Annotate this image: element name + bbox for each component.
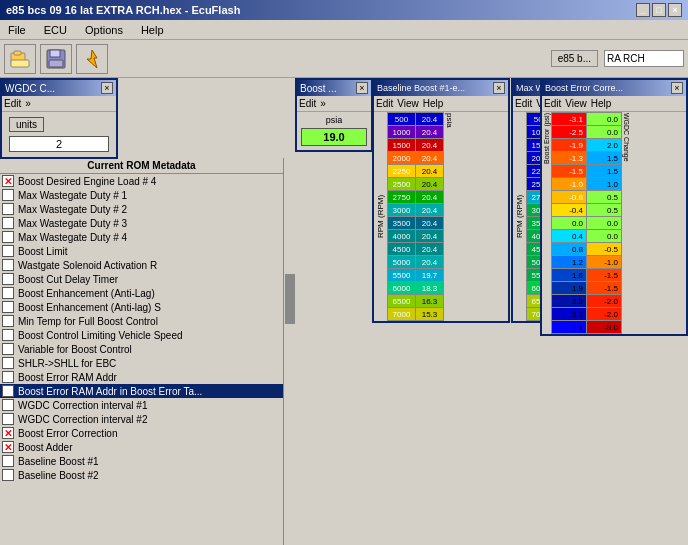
- boost-small-expand[interactable]: »: [320, 98, 326, 109]
- bb-rpm-cell: 2250: [388, 165, 416, 178]
- rom-item-checkbox[interactable]: [2, 329, 14, 341]
- wgdc-expand[interactable]: »: [25, 98, 31, 109]
- rom-item-checkbox[interactable]: [2, 399, 14, 411]
- wgdc-close[interactable]: ×: [101, 82, 113, 94]
- rom-item-checkbox[interactable]: [2, 315, 14, 327]
- boost-small-edit[interactable]: Edit: [299, 98, 316, 109]
- rom-list-item[interactable]: Baseline Boost #1: [0, 454, 283, 468]
- rom-list-item[interactable]: Min Temp for Full Boost Control: [0, 314, 283, 328]
- mw-edit[interactable]: Edit: [515, 98, 532, 109]
- psia-value[interactable]: 19.0: [301, 128, 367, 146]
- rom-item-label: Boost Enhancement (Anti-lag) S: [18, 302, 161, 313]
- rom-list-item[interactable]: Baseline Boost #2: [0, 468, 283, 482]
- be-err-cell: -1.3: [552, 152, 587, 165]
- bb-edit[interactable]: Edit: [376, 98, 393, 109]
- rom-item-checkbox[interactable]: [2, 259, 14, 271]
- ra-rch-label: RA RCH: [604, 50, 684, 67]
- menu-file[interactable]: File: [4, 23, 30, 37]
- e85-tab[interactable]: e85 b...: [551, 50, 598, 67]
- boost-small-close[interactable]: ×: [356, 82, 368, 94]
- rom-item-checkbox[interactable]: [2, 245, 14, 257]
- wgdc-units-btn[interactable]: units: [9, 117, 44, 132]
- rom-list-item[interactable]: Boost Limit: [0, 244, 283, 258]
- menu-options[interactable]: Options: [81, 23, 127, 37]
- rom-item-checkbox[interactable]: [2, 455, 14, 467]
- rom-list-item[interactable]: Boost Error RAM Addr: [0, 370, 283, 384]
- boost-error-window[interactable]: Boost Error Corre... × Edit View Help Bo…: [540, 78, 688, 336]
- rom-list-item[interactable]: Boost Cut Delay Timer: [0, 272, 283, 286]
- save-button[interactable]: [40, 44, 72, 74]
- rom-list-item[interactable]: Variable for Boost Control: [0, 342, 283, 356]
- bb-rpm-cell: 1000: [388, 126, 416, 139]
- rom-item-checkbox[interactable]: [2, 189, 14, 201]
- rom-item-checkbox[interactable]: [2, 231, 14, 243]
- rom-item-label: Baseline Boost #1: [18, 456, 99, 467]
- menu-help[interactable]: Help: [137, 23, 168, 37]
- minimize-button[interactable]: _: [636, 3, 650, 17]
- rom-list-item[interactable]: ✕Boost Adder: [0, 440, 283, 454]
- bb-rpm-cell: 5500: [388, 269, 416, 282]
- bb-rpm-cell: 6000: [388, 282, 416, 295]
- rom-list-item[interactable]: ✕Boost Desired Engine Load # 4: [0, 174, 283, 188]
- rom-item-checkbox[interactable]: [2, 203, 14, 215]
- menu-ecu[interactable]: ECU: [40, 23, 71, 37]
- scroll-thumb[interactable]: [285, 274, 295, 324]
- scrollbar[interactable]: [283, 158, 295, 545]
- rom-list-item[interactable]: Max Wastegate Duty # 3: [0, 216, 283, 230]
- rom-item-label: Boost Adder: [18, 442, 72, 453]
- wgdc-window[interactable]: WGDC C... × Edit » units 2: [0, 78, 118, 159]
- boost-error-close[interactable]: ×: [671, 82, 683, 94]
- rom-list-item[interactable]: Boost Enhancement (Anti-lag) S: [0, 300, 283, 314]
- rom-item-checkbox[interactable]: [2, 357, 14, 369]
- rom-item-checkbox[interactable]: [2, 371, 14, 383]
- rom-item-checkbox[interactable]: [2, 385, 14, 397]
- rom-list-item[interactable]: WGDC Correction interval #1: [0, 398, 283, 412]
- rom-list-item[interactable]: Wastgate Solenoid Activation R: [0, 258, 283, 272]
- rom-item-checkbox[interactable]: ✕: [2, 427, 14, 439]
- close-button[interactable]: ×: [668, 3, 682, 17]
- bb-view[interactable]: View: [397, 98, 419, 109]
- wgdc-edit-menu[interactable]: Edit: [4, 98, 21, 109]
- rom-item-checkbox[interactable]: [2, 217, 14, 229]
- rom-item-checkbox[interactable]: [2, 469, 14, 481]
- bb-help[interactable]: Help: [423, 98, 444, 109]
- rom-list-item[interactable]: Max Wastegate Duty # 2: [0, 202, 283, 216]
- be-chg-cell: 0.0: [587, 217, 622, 230]
- rom-item-checkbox[interactable]: [2, 343, 14, 355]
- bb-val-cell: 20.4: [416, 126, 444, 139]
- baseline-boost-menubar: Edit View Help: [374, 96, 508, 112]
- flash-button[interactable]: [76, 44, 108, 74]
- boost-small-content: psia 19.0: [297, 112, 371, 150]
- baseline-boost-close[interactable]: ×: [493, 82, 505, 94]
- window-controls[interactable]: _ □ ×: [636, 3, 682, 17]
- rom-list-item[interactable]: Boost Enhancement (Anti-Lag): [0, 286, 283, 300]
- be-help[interactable]: Help: [591, 98, 612, 109]
- be-edit[interactable]: Edit: [544, 98, 561, 109]
- rom-item-checkbox[interactable]: [2, 301, 14, 313]
- rom-item-label: Boost Error Correction: [18, 428, 117, 439]
- rom-list-item[interactable]: Boost Error RAM Addr in Boost Error Ta..…: [0, 384, 283, 398]
- wgdc-menubar: Edit »: [2, 96, 116, 112]
- maximize-button[interactable]: □: [652, 3, 666, 17]
- open-rom-button[interactable]: [4, 44, 36, 74]
- rom-list-item[interactable]: ✕Boost Error Correction: [0, 426, 283, 440]
- rom-item-checkbox[interactable]: [2, 287, 14, 299]
- be-chg-cell: 0.0: [587, 113, 622, 126]
- rom-list-item[interactable]: SHLR->SHLL for EBC: [0, 356, 283, 370]
- boost-small-window[interactable]: Boost ... × Edit » psia 19.0: [295, 78, 373, 152]
- baseline-boost-window[interactable]: Baseline Boost #1-e... × Edit View Help …: [372, 78, 510, 323]
- rom-list-item[interactable]: Max Wastegate Duty # 1: [0, 188, 283, 202]
- be-chg-cell: -1.5: [587, 269, 622, 282]
- be-view[interactable]: View: [565, 98, 587, 109]
- rom-list-item[interactable]: Boost Control Limiting Vehicle Speed: [0, 328, 283, 342]
- bb-val-cell: 20.4: [416, 113, 444, 126]
- rom-item-checkbox[interactable]: [2, 273, 14, 285]
- rom-list-item[interactable]: WGDC Correction interval #2: [0, 412, 283, 426]
- rom-item-label: Boost Enhancement (Anti-Lag): [18, 288, 155, 299]
- wgdc-value[interactable]: 2: [9, 136, 109, 152]
- title-text: e85 bcs 09 16 lat EXTRA RCH.hex - EcuFla…: [6, 4, 240, 16]
- rom-item-checkbox[interactable]: ✕: [2, 175, 14, 187]
- rom-item-checkbox[interactable]: [2, 413, 14, 425]
- rom-list-item[interactable]: Max Wastegate Duty # 4: [0, 230, 283, 244]
- rom-item-checkbox[interactable]: ✕: [2, 441, 14, 453]
